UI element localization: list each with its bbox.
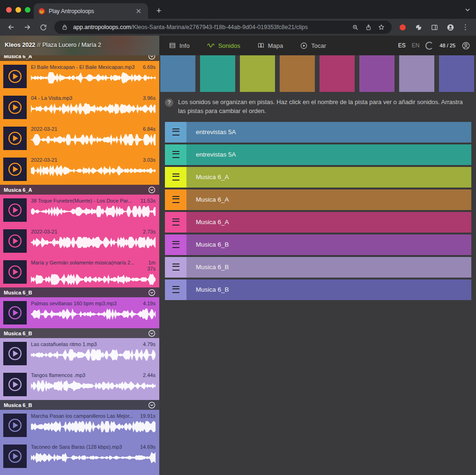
waveform-icon	[207, 41, 215, 50]
audio-clip[interactable]: 04 - La Visita.mp33.96s	[0, 92, 159, 123]
clip-play-button[interactable]	[3, 198, 27, 222]
clip-play-button[interactable]	[3, 96, 27, 119]
track-column-swatch[interactable]	[399, 55, 434, 92]
language-es[interactable]: ES	[398, 42, 406, 49]
clip-play-button[interactable]	[3, 445, 27, 468]
browser-toolbar: app.antropoloops.com/Kleos-Santa-Marina/…	[0, 19, 476, 36]
reload-button[interactable]	[37, 21, 50, 34]
track-row[interactable]: Musica 6_B	[165, 257, 471, 278]
audio-clip[interactable]: El Baile Mexicapan - El Baile Mexicapan.…	[0, 61, 159, 92]
tab-tocar[interactable]: Tocar	[300, 42, 326, 50]
clip-play-button[interactable]	[3, 373, 27, 396]
track-name-bar[interactable]: Musica 6_A	[186, 212, 471, 233]
track-name-bar[interactable]: Musica 6_B	[186, 234, 471, 255]
browser-tab[interactable]: Play Antropoloops ✕	[34, 3, 148, 19]
collapse-chevron-icon[interactable]	[148, 330, 156, 337]
breadcrumb[interactable]: Kleos 2022//Plaza Lucero / María 2	[5, 42, 101, 48]
track-column-swatch[interactable]	[359, 55, 394, 92]
audio-clip[interactable]: María y Germán solamente música(maría 2.…	[0, 256, 159, 287]
clip-play-button[interactable]	[3, 260, 27, 284]
track-drag-handle[interactable]	[165, 279, 186, 300]
tab-mapa[interactable]: Mapa	[257, 42, 283, 49]
track-row[interactable]: Musica 6_A	[165, 167, 471, 188]
breadcrumb-location[interactable]: Plaza Lucero / María 2	[42, 42, 101, 48]
track-column-swatch[interactable]	[439, 55, 474, 92]
extension-red-dot-icon[interactable]	[400, 24, 406, 30]
clip-duration: 19.91s	[140, 413, 156, 419]
forward-button[interactable]	[21, 21, 34, 34]
back-button[interactable]	[5, 21, 18, 34]
track-column-swatch[interactable]	[200, 55, 235, 92]
track-drag-handle[interactable]	[165, 144, 186, 165]
track-row[interactable]: Musica 6_B	[165, 234, 471, 255]
track-name-bar[interactable]: entrevistas 5A	[186, 122, 471, 143]
track-drag-handle[interactable]	[165, 257, 186, 278]
clip-play-button[interactable]	[3, 301, 27, 324]
track-row[interactable]: entrevistas 5A	[165, 122, 471, 143]
new-tab-button[interactable]: +	[153, 5, 165, 17]
track-column-swatch[interactable]	[240, 55, 275, 92]
clip-section-header[interactable]: Musica 6_B	[0, 287, 159, 297]
audio-clip[interactable]: 2022-03-213.03s	[0, 154, 159, 185]
audio-clip[interactable]: Marcha Pasan los campanilleros Las Mejor…	[0, 410, 159, 441]
extensions-puzzle-icon[interactable]	[412, 21, 425, 34]
breadcrumb-project[interactable]: Kleos 2022	[5, 42, 35, 48]
clip-play-button[interactable]	[3, 127, 27, 150]
track-column-swatch[interactable]	[320, 55, 355, 92]
bookmark-star-icon[interactable]	[377, 23, 386, 32]
clip-play-button[interactable]	[3, 342, 27, 365]
zoom-window-button[interactable]	[25, 7, 30, 13]
audio-clip[interactable]: 38 Toque Funebre(Muerte) - Los Doce Par.…	[0, 195, 159, 226]
track-name-bar[interactable]: entrevistas 5A	[186, 144, 471, 165]
collapse-chevron-icon[interactable]	[148, 55, 156, 60]
audio-clip[interactable]: Taconeo de Sara Baras (128 kbps).mp314.6…	[0, 441, 159, 472]
track-drag-handle[interactable]	[165, 167, 186, 188]
audio-clip[interactable]: Palmas sevillanas 160 bpm mp3.mp34.19s	[0, 297, 159, 328]
collapse-chevron-icon[interactable]	[148, 289, 156, 296]
clip-play-button[interactable]	[3, 158, 27, 181]
track-name-bar[interactable]: Musica 6_B	[186, 257, 471, 278]
language-en[interactable]: EN	[412, 42, 420, 49]
track-drag-handle[interactable]	[165, 122, 186, 143]
track-row[interactable]: Musica 6_A	[165, 189, 471, 210]
track-drag-handle[interactable]	[165, 234, 186, 255]
clip-section-header[interactable]: Musica 6_B	[0, 328, 159, 338]
clip-play-button[interactable]	[3, 65, 27, 88]
side-panel-icon[interactable]	[428, 21, 441, 34]
track-name-bar[interactable]: Musica 6_B	[186, 279, 471, 300]
track-name-bar[interactable]: Musica 6_A	[186, 167, 471, 188]
collapse-chevron-icon[interactable]	[148, 401, 156, 409]
track-row[interactable]: Musica 6_B	[165, 279, 471, 300]
browser-menu-icon[interactable]: ⋮	[460, 23, 471, 31]
address-bar[interactable]: app.antropoloops.com/Kleos-Santa-Marina/…	[54, 21, 392, 34]
audio-clip[interactable]: 2022-03-212.73s	[0, 226, 159, 256]
tab-sonidos[interactable]: Sonidos	[207, 41, 240, 50]
track-name-bar[interactable]: Musica 6_A	[186, 189, 471, 210]
profile-avatar-icon[interactable]	[444, 21, 457, 34]
audio-clip[interactable]: Las castañuelas ritmo 1.mp34.79s	[0, 338, 159, 369]
track-column-swatch[interactable]	[280, 55, 315, 92]
clip-section-header[interactable]: Musica 6_A	[0, 55, 159, 61]
zoom-icon[interactable]	[350, 23, 360, 32]
track-drag-handle[interactable]	[165, 189, 186, 210]
clip-play-button[interactable]	[3, 414, 27, 437]
tab-info-label: Info	[179, 42, 190, 49]
track-row[interactable]: entrevistas 5A	[165, 144, 471, 165]
audio-clip[interactable]: 2022-03-216.84s	[0, 123, 159, 154]
close-window-button[interactable]	[6, 7, 12, 13]
collapse-chevron-icon[interactable]	[148, 186, 156, 194]
account-icon[interactable]	[461, 41, 470, 50]
clip-section-header[interactable]: Musica 6_B	[0, 400, 159, 410]
minimize-window-button[interactable]	[15, 7, 21, 13]
track-column-swatch[interactable]	[160, 55, 195, 92]
tab-close-icon[interactable]: ✕	[134, 7, 143, 15]
audio-clip[interactable]: Tangos flamencos .mp32.44s	[0, 369, 159, 400]
track-drag-handle[interactable]	[165, 212, 186, 233]
track-row[interactable]: Musica 6_A	[165, 212, 471, 233]
lock-icon[interactable]	[60, 23, 69, 32]
tab-search-chevron-icon[interactable]	[464, 6, 471, 14]
tab-info[interactable]: Info	[169, 42, 190, 49]
clip-play-button[interactable]	[3, 229, 27, 253]
clip-section-header[interactable]: Musica 6_A	[0, 185, 159, 195]
share-icon[interactable]	[364, 23, 373, 32]
